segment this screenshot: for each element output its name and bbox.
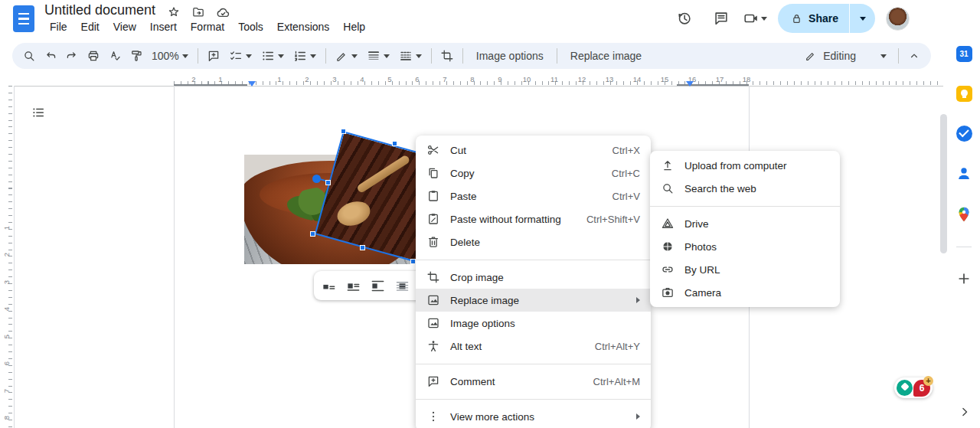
menu-bar: FileEditViewInsertFormatToolsExtensionsH…: [43, 19, 372, 34]
selection-handle-bottom-left[interactable]: [310, 231, 315, 237]
extension-badge-icon[interactable]: 6 +: [913, 380, 930, 397]
selection-handle-mid-left[interactable]: [325, 180, 331, 185]
print-button[interactable]: [83, 46, 103, 66]
checklist-icon: [229, 49, 243, 63]
menubar-item[interactable]: File: [43, 19, 74, 34]
menu-item-icon: [661, 240, 675, 253]
divider[interactable]: [416, 393, 651, 405]
left-margin-marker[interactable]: [248, 81, 256, 87]
menu-item-label: Cut: [450, 145, 466, 156]
selection-handle-top-left[interactable]: [341, 129, 346, 134]
star-button[interactable]: [165, 4, 182, 21]
wrap-inline-icon[interactable]: [322, 279, 336, 293]
menu-item-copy[interactable]: Copy Ctrl+C: [416, 162, 651, 185]
divider[interactable]: [416, 358, 651, 370]
ruler-number: 1: [277, 75, 281, 83]
divider[interactable]: [650, 200, 840, 212]
border-dash-button[interactable]: [395, 46, 426, 66]
submenu-item-upload-from-computer[interactable]: Upload from computer: [650, 154, 840, 177]
selection-handle-top-mid[interactable]: [392, 141, 397, 146]
spell-check-button[interactable]: [105, 46, 125, 66]
undo-button[interactable]: [41, 46, 60, 66]
menu-item-alt-text[interactable]: Alt text Ctrl+Alt+Y: [416, 335, 651, 358]
calendar-icon[interactable]: 31: [956, 46, 972, 62]
zoom-select[interactable]: 100%: [148, 46, 192, 66]
replace-image-button[interactable]: Replace image: [563, 46, 649, 66]
open-comments-button[interactable]: [706, 3, 737, 34]
image-options-button[interactable]: Image options: [469, 46, 551, 66]
document-status-button[interactable]: [214, 4, 231, 21]
show-document-outline-button[interactable]: [28, 102, 49, 123]
menu-item-label: Replace image: [450, 295, 519, 306]
browser-extension-pill[interactable]: 6 +: [894, 377, 933, 398]
menubar-item[interactable]: Extensions: [270, 19, 336, 34]
menubar-item[interactable]: Edit: [74, 19, 106, 34]
submenu-item-by-url[interactable]: By URL: [650, 258, 840, 281]
mode-label: Editing: [823, 50, 856, 62]
move-folder-button[interactable]: [190, 4, 207, 21]
tasks-icon[interactable]: [956, 126, 972, 142]
bulleted-list-icon: [261, 49, 275, 63]
share-button[interactable]: Share: [778, 4, 849, 33]
submenu-item-photos[interactable]: Photos: [650, 235, 840, 258]
submenu-item-search-the-web[interactable]: Search the web: [650, 177, 840, 200]
menu-item-paste[interactable]: Paste Ctrl+V: [416, 185, 651, 207]
hide-menus-button[interactable]: [904, 46, 924, 66]
crop-image-button[interactable]: [437, 46, 457, 66]
menubar-item[interactable]: Insert: [143, 19, 184, 34]
vertical-scrollbar[interactable]: [940, 114, 947, 253]
paint-format-button[interactable]: [126, 46, 146, 66]
selection-handle-bottom-right[interactable]: [410, 259, 416, 264]
get-addons-icon[interactable]: [956, 271, 972, 286]
ruler-number: 18: [743, 75, 751, 83]
ruler-number: 3: [2, 280, 11, 284]
search-menus-button[interactable]: [19, 46, 39, 66]
menubar-item[interactable]: View: [106, 19, 143, 34]
account-avatar[interactable]: [886, 7, 910, 31]
submenu-item-drive[interactable]: Drive: [650, 212, 840, 235]
border-color-button[interactable]: [332, 46, 361, 66]
ruler-number: 5: [387, 75, 391, 83]
selection-handle-bottom-mid[interactable]: [360, 245, 365, 250]
menu-item-view-more-actions[interactable]: View more actions: [416, 405, 651, 428]
grammar-extension-icon[interactable]: [897, 380, 913, 396]
redo-button[interactable]: [62, 46, 82, 66]
behind-text-icon[interactable]: [395, 279, 410, 293]
docs-logo-icon[interactable]: [13, 5, 34, 32]
border-weight-button[interactable]: [363, 46, 394, 66]
chevron-down-icon: [761, 17, 767, 21]
menubar-item[interactable]: Tools: [231, 19, 270, 34]
submenu-item-camera[interactable]: Camera: [650, 281, 840, 304]
menu-item-cut[interactable]: Cut Ctrl+X: [416, 139, 651, 162]
menu-item-replace-image[interactable]: Replace image: [416, 289, 651, 312]
document-title[interactable]: Untitled document: [44, 2, 155, 18]
editing-mode-select[interactable]: Editing: [799, 46, 893, 66]
rotation-handle[interactable]: [312, 175, 321, 183]
maps-icon[interactable]: [956, 206, 972, 223]
menu-item-label: Crop image: [450, 272, 504, 283]
menu-item-image-options[interactable]: Image options: [416, 312, 651, 335]
menubar-item[interactable]: Help: [336, 19, 372, 34]
share-dropdown-button[interactable]: [849, 4, 875, 33]
wrap-text-icon[interactable]: [346, 279, 361, 293]
toolbar-divider: [431, 48, 432, 64]
join-call-button[interactable]: [743, 10, 767, 27]
contacts-icon[interactable]: [956, 165, 972, 182]
numbered-list-button[interactable]: [289, 46, 320, 66]
add-comment-button[interactable]: [204, 46, 224, 66]
divider[interactable]: [416, 253, 651, 266]
menu-item-label: Drive: [684, 218, 709, 230]
version-history-button[interactable]: [669, 3, 700, 34]
comments-icon: [713, 10, 730, 27]
menu-item-paste-without-formatting[interactable]: Paste without formatting Ctrl+Shift+V: [416, 207, 651, 230]
menu-item-delete[interactable]: Delete: [416, 230, 651, 253]
menubar-item[interactable]: Format: [184, 19, 231, 34]
menu-item-comment[interactable]: Comment Ctrl+Alt+M: [416, 370, 651, 393]
menu-item-crop-image[interactable]: Crop image: [416, 266, 651, 289]
break-text-icon[interactable]: [371, 279, 385, 293]
right-margin-marker[interactable]: [686, 81, 694, 87]
bulleted-list-button[interactable]: [257, 46, 288, 66]
hide-side-panel-button[interactable]: [957, 404, 972, 420]
checklist-button[interactable]: [225, 46, 256, 66]
keep-icon[interactable]: [956, 86, 972, 102]
